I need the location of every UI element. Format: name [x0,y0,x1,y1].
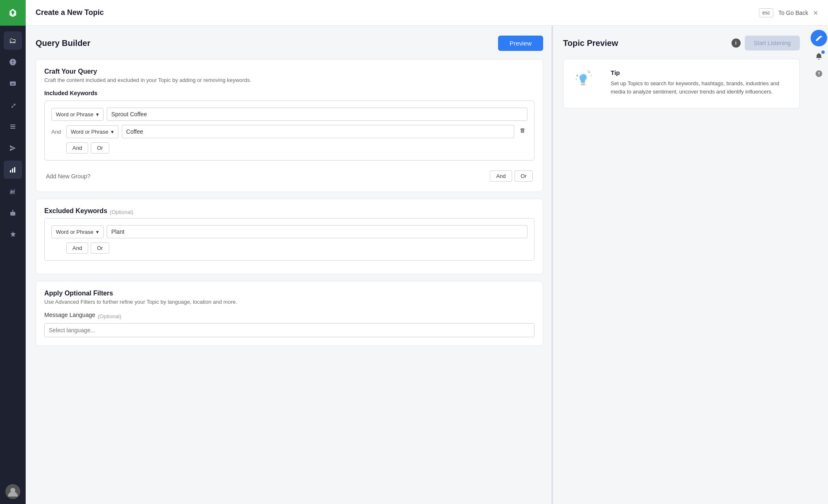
lightbulb-icon: + + [573,69,594,90]
sidebar-logo[interactable] [0,0,26,26]
excluded-keyword-group: Word or Phrase ▾ And Or [44,218,534,261]
left-sidebar: 🗂 [0,0,26,504]
message-language-input[interactable] [44,323,534,337]
tip-icon-area: + + [573,69,602,98]
keyword-input-1[interactable] [107,108,527,121]
chevron-down-icon-3: ▾ [96,229,99,235]
svg-point-12 [576,79,577,80]
add-group-or-button[interactable]: Or [515,170,533,182]
help-button[interactable] [811,66,826,81]
svg-point-14 [590,75,592,76]
svg-rect-4 [12,168,13,173]
user-avatar[interactable] [5,484,20,499]
svg-rect-2 [10,128,15,129]
excluded-keyword-group-and-or: And Or [51,242,527,254]
content-area: Query Builder Preview Craft Your Query C… [26,26,828,504]
excluded-keyword-type-select[interactable]: Word or Phrase ▾ [51,226,104,238]
right-panel: Topic Preview i Start Listening [553,26,810,504]
svg-point-8 [13,213,14,214]
go-back-text: To Go Back [778,10,808,16]
sidebar-item-alert[interactable] [4,53,22,71]
filter-subtitle: Use Advanced Filters to further refine y… [44,299,534,305]
keyword-type-select-2[interactable]: Word or Phrase ▾ [66,125,118,138]
tip-text: Set up Topics to search for keywords, ha… [611,79,789,96]
excluded-optional: (Optional) [110,209,133,215]
edit-fab-button[interactable] [811,30,827,46]
svg-text:+: + [590,72,591,74]
sidebar-item-list[interactable] [4,118,22,136]
add-group-and-button[interactable]: And [490,170,512,182]
craft-subtitle: Craft the content included and excluded … [44,77,534,83]
topbar-right: esc To Go Back × [759,8,818,17]
notifications-button[interactable] [811,49,826,64]
add-group-label: Add New Group? [46,173,90,180]
svg-rect-20 [581,82,585,82]
included-keywords-section: Included Keywords Word or Phrase ▾ [44,90,534,183]
svg-rect-6 [10,212,15,216]
add-group-row: Add New Group? And Or [44,166,534,183]
svg-rect-0 [10,125,15,125]
svg-point-11 [576,75,578,77]
keyword-and-button[interactable]: And [66,142,88,154]
message-language-optional: (Optional) [98,313,121,319]
craft-query-card: Craft Your Query Craft the content inclu… [36,59,543,192]
esc-badge: esc [759,8,773,17]
tip-content: Tip Set up Topics to search for keywords… [611,69,789,96]
topic-preview-header: Topic Preview i Start Listening [563,36,800,50]
svg-point-7 [12,213,13,214]
keyword-group-and-or: And Or [51,142,527,154]
svg-rect-1 [10,126,15,127]
query-builder-title: Query Builder [36,38,90,48]
included-keyword-group: Word or Phrase ▾ And Word or Phrase ▾ [44,101,534,161]
sidebar-item-inbox[interactable] [4,74,22,93]
excluded-keywords-card: Excluded Keywords (Optional) Word or Phr… [36,199,543,274]
page-title: Create a New Topic [36,8,104,17]
query-builder-header: Query Builder Preview [36,36,543,51]
tip-card: + + Ti [563,59,800,108]
topic-preview-title: Topic Preview [563,38,618,48]
excluded-or-button[interactable]: Or [91,242,109,254]
delete-keyword-button[interactable] [518,126,527,137]
tip-label: Tip [611,69,789,76]
svg-text:+: + [587,69,589,72]
and-label-row2: And [51,129,63,135]
svg-rect-19 [581,84,585,85]
excluded-title-row: Excluded Keywords (Optional) [44,207,534,216]
message-language-label: Message Language [44,312,95,318]
sidebar-item-chart[interactable] [4,161,22,179]
topbar: Create a New Topic esc To Go Back × [26,0,828,26]
keyword-row-2: And Word or Phrase ▾ [51,125,527,138]
chevron-down-icon: ▾ [96,111,99,118]
chevron-down-icon-2: ▾ [111,129,114,135]
excluded-keyword-row-1: Word or Phrase ▾ [51,225,527,238]
craft-title: Craft Your Query [44,68,534,75]
svg-rect-18 [581,84,585,84]
topic-preview-actions: i Start Listening [732,36,800,50]
sidebar-item-folder[interactable]: 🗂 [4,31,22,50]
included-keywords-label: Included Keywords [44,90,534,96]
start-listening-button[interactable]: Start Listening [745,36,800,50]
info-icon[interactable]: i [732,38,741,48]
add-group-buttons: And Or [490,170,533,182]
message-language-label-row: Message Language (Optional) [44,312,534,321]
main-content: Create a New Topic esc To Go Back × Quer… [26,0,828,504]
keyword-type-select-1[interactable]: Word or Phrase ▾ [51,108,104,121]
close-button[interactable]: × [813,9,818,17]
sidebar-item-bar-chart[interactable] [4,182,22,200]
sidebar-item-send[interactable] [4,139,22,157]
keyword-or-button[interactable]: Or [91,142,109,154]
notification-dot [821,50,825,54]
svg-rect-5 [14,167,15,173]
keyword-input-2[interactable] [122,125,514,138]
excluded-title: Excluded Keywords [44,207,107,215]
preview-button[interactable]: Preview [498,36,543,51]
excluded-and-button[interactable]: And [66,242,88,254]
optional-filters-card: Apply Optional Filters Use Advanced Filt… [36,281,543,346]
sidebar-item-pin[interactable] [4,96,22,114]
svg-rect-9 [12,210,13,212]
left-panel: Query Builder Preview Craft Your Query C… [26,26,553,504]
sidebar-item-bot[interactable] [4,204,22,222]
sidebar-item-star[interactable] [4,225,22,243]
excluded-keyword-input[interactable] [107,225,527,238]
filter-title: Apply Optional Filters [44,290,534,297]
